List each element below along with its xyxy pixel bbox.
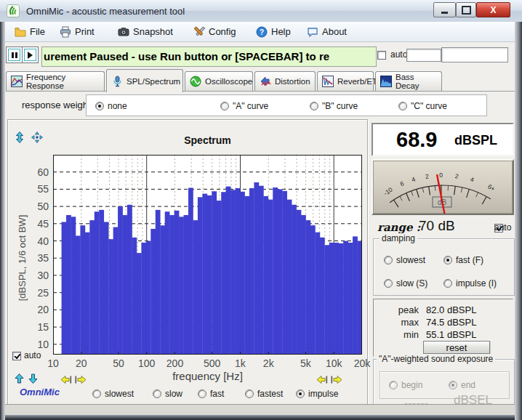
exposure-begin-radio[interactable]: begin bbox=[389, 380, 422, 390]
tab-spl-spectrum[interactable]: SPL/Spectrum bbox=[106, 69, 183, 92]
response-weighting-group: none "A" curve "B" curve "C" curve bbox=[86, 94, 487, 116]
x-tick-label: 20k bbox=[348, 358, 377, 369]
minimize-icon bbox=[441, 12, 448, 14]
scale-down-icon[interactable] bbox=[28, 373, 39, 387]
pan-left-low-icon[interactable] bbox=[60, 374, 73, 387]
maximize-button[interactable] bbox=[456, 2, 476, 17]
auto-top-label: auto bbox=[390, 49, 407, 60]
radio-icon bbox=[296, 389, 305, 398]
app-icon bbox=[7, 4, 20, 17]
weighting-c-curve-radio[interactable]: "C" curve bbox=[398, 101, 447, 111]
menu-print[interactable]: Print bbox=[57, 24, 97, 39]
folder-icon bbox=[15, 26, 26, 38]
tab-reverb-etc[interactable]: Reverb/ETC bbox=[317, 71, 374, 91]
tab-spl-spectrum-label: SPL/Spectrum bbox=[127, 77, 180, 86]
radio-icon bbox=[198, 389, 206, 398]
reset-button[interactable]: reset bbox=[423, 341, 490, 354]
pan-left-high-icon[interactable] bbox=[316, 374, 329, 387]
max-value: 74.5 dBSPL bbox=[426, 317, 476, 328]
menu-about-label: About bbox=[322, 26, 347, 37]
oscilloscope-icon bbox=[190, 76, 201, 87]
distortion-icon bbox=[260, 76, 271, 87]
run-button[interactable] bbox=[22, 47, 39, 63]
weighting-none-radio[interactable]: none bbox=[95, 101, 127, 111]
x-tick-label: 1k bbox=[225, 358, 254, 369]
speed-slowest-radio[interactable]: slowest bbox=[92, 389, 134, 399]
damping-slow-radio[interactable]: slow (S) bbox=[384, 278, 427, 288]
speed-fast-radio[interactable]: fast bbox=[198, 389, 224, 399]
window-bottom-edge bbox=[0, 415, 522, 420]
menu-file[interactable]: File bbox=[12, 24, 48, 39]
x-tick-label: 10 bbox=[39, 358, 68, 369]
menu-snapshot[interactable]: Snapshot bbox=[115, 24, 176, 39]
camera-icon bbox=[118, 26, 129, 38]
pan-right-high-icon[interactable] bbox=[330, 374, 342, 387]
close-button[interactable]: X bbox=[476, 2, 510, 17]
x-tick-label: 500 bbox=[198, 358, 227, 369]
menu-help-label: Help bbox=[271, 26, 291, 37]
microphone-icon bbox=[111, 76, 123, 87]
x-tick-label: 50 bbox=[104, 358, 133, 369]
tab-baseline bbox=[6, 91, 515, 92]
status-message: urement Paused - use Run button or [SPAC… bbox=[41, 47, 377, 67]
weighting-a-curve-radio[interactable]: "A" curve bbox=[220, 101, 268, 111]
tab-oscilloscope[interactable]: Oscilloscope bbox=[185, 71, 253, 91]
speed-impulse-radio[interactable]: impulse bbox=[296, 389, 338, 399]
level-input-1[interactable] bbox=[406, 49, 441, 62]
speed-slow-radio[interactable]: slow bbox=[153, 389, 182, 399]
weighting-a-curve-label: "A" curve bbox=[233, 101, 268, 111]
damping-impulse-radio[interactable]: impulse (I) bbox=[443, 278, 497, 288]
range-label: range : bbox=[377, 221, 420, 234]
damping-fast-radio[interactable]: fast (F) bbox=[443, 255, 483, 265]
pause-icon bbox=[8, 49, 20, 61]
tab-bass-decay[interactable]: Bass Decay bbox=[375, 71, 442, 91]
auto-scale-label: auto bbox=[24, 350, 41, 360]
minimize-button[interactable] bbox=[433, 2, 456, 17]
scale-up-icon[interactable] bbox=[14, 373, 25, 387]
window-left-border bbox=[0, 22, 5, 420]
menu-help[interactable]: ? Help bbox=[253, 24, 294, 39]
level-input-2[interactable] bbox=[441, 47, 508, 62]
spectrum-plot[interactable] bbox=[53, 155, 362, 355]
damping-slow-label: slow (S) bbox=[396, 278, 427, 288]
min-label: min bbox=[391, 329, 419, 340]
speed-slow-label: slow bbox=[165, 389, 182, 399]
autoscale-icon[interactable] bbox=[31, 132, 43, 143]
frequency-response-icon bbox=[11, 76, 23, 87]
radio-icon bbox=[220, 102, 229, 110]
tab-distortion[interactable]: Distortion bbox=[254, 71, 316, 91]
close-icon: X bbox=[490, 5, 496, 15]
menu-print-label: Print bbox=[75, 26, 95, 37]
radio-icon bbox=[153, 389, 161, 398]
auto-scale-checkbox[interactable] bbox=[12, 352, 21, 360]
radio-icon bbox=[443, 256, 452, 264]
vertical-zoom-icon[interactable] bbox=[14, 132, 25, 143]
window-bottom-strip bbox=[0, 404, 522, 416]
radio-icon bbox=[449, 381, 457, 389]
x-tick-label: 200 bbox=[161, 358, 190, 369]
menu-about[interactable]: About bbox=[304, 24, 350, 39]
weighting-b-curve-radio[interactable]: "B" curve bbox=[310, 101, 358, 111]
x-tick-label: 10k bbox=[319, 358, 348, 369]
peak-value: 82.0 dBSPL bbox=[426, 304, 476, 315]
exposure-end-radio[interactable]: end bbox=[449, 380, 475, 390]
speed-fastest-radio[interactable]: fastest bbox=[245, 389, 283, 399]
radio-icon bbox=[384, 279, 393, 288]
speed-fastest-label: fastest bbox=[257, 389, 283, 399]
window-right-border bbox=[515, 22, 522, 420]
tab-frequency-response[interactable]: Frequency Response bbox=[6, 71, 105, 91]
pause-button[interactable] bbox=[6, 47, 23, 63]
damping-slowest-radio[interactable]: slowest bbox=[384, 255, 425, 265]
vu-meter: -106420246+ dB bbox=[372, 159, 514, 215]
menu-config-label: Config bbox=[209, 26, 236, 37]
bass-decay-icon bbox=[380, 76, 392, 87]
radio-icon bbox=[384, 256, 393, 264]
title-bar: OmniMic - acoustic measurement tool X bbox=[0, 0, 522, 23]
auto-top-checkbox[interactable] bbox=[377, 51, 386, 60]
y-tick-label: 10 bbox=[23, 339, 49, 350]
help-icon: ? bbox=[256, 26, 268, 38]
menu-config[interactable]: Config bbox=[190, 24, 239, 39]
exposure-legend: "A"-weighted sound exposure bbox=[377, 354, 495, 364]
svg-text:?: ? bbox=[260, 28, 264, 36]
pan-right-low-icon[interactable] bbox=[74, 374, 87, 387]
